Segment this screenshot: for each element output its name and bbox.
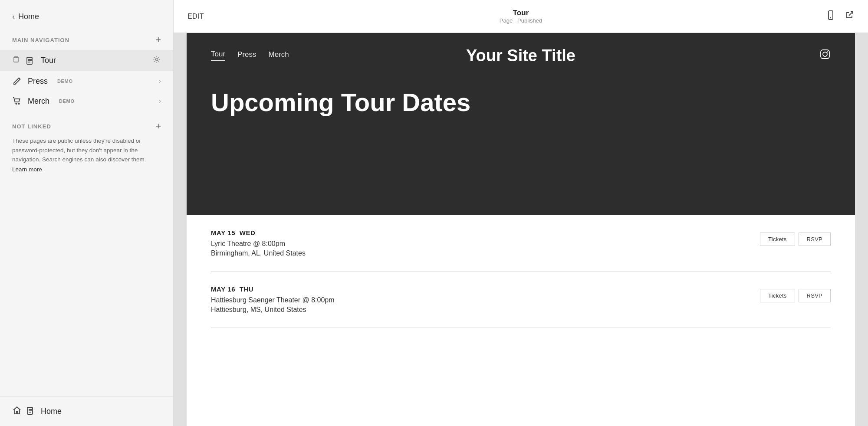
tour-date-2-buttons: Tickets RSVP xyxy=(760,285,831,302)
merch-badge: DEMO xyxy=(59,98,75,104)
gear-icon[interactable] xyxy=(152,55,161,66)
add-nav-item-button[interactable]: + xyxy=(155,35,161,45)
svg-line-14 xyxy=(849,12,853,16)
site-header: Tour Press Merch Your Site Title xyxy=(187,33,855,215)
svg-rect-15 xyxy=(821,50,829,59)
topbar-page-title: Tour xyxy=(500,9,542,17)
page-icon xyxy=(25,56,35,66)
back-label: Home xyxy=(18,12,39,21)
mobile-preview-icon[interactable] xyxy=(825,10,836,23)
topbar: EDIT Tour Page · Published xyxy=(174,0,868,33)
nav-item-merch-content: Merch DEMO xyxy=(12,96,159,106)
nav-item-merch[interactable]: Merch DEMO › xyxy=(0,91,173,111)
svg-point-17 xyxy=(827,51,828,52)
topbar-page-subtitle: Page · Published xyxy=(500,17,542,24)
tour-date-1-buttons: Tickets RSVP xyxy=(760,229,831,246)
topbar-center: Tour Page · Published xyxy=(500,9,542,24)
press-badge: DEMO xyxy=(57,79,73,84)
table-row: MAY 15 WED Lyric Theatre @ 8:00pm Birmin… xyxy=(211,215,831,272)
site-nav: Tour Press Merch xyxy=(211,50,289,61)
nav-item-merch-label: Merch xyxy=(28,97,49,106)
nav-item-tour-label: Tour xyxy=(41,56,56,65)
delete-icon[interactable] xyxy=(12,56,20,66)
preview-container: Tour Press Merch Your Site Title xyxy=(174,33,868,426)
instagram-icon[interactable] xyxy=(819,49,831,62)
chevron-left-icon: ‹ xyxy=(12,12,15,21)
svg-rect-0 xyxy=(14,58,18,62)
not-linked-description: These pages are public unless they're di… xyxy=(12,136,161,164)
learn-more-link[interactable]: Learn more xyxy=(12,166,42,173)
preview-frame: Tour Press Merch Your Site Title xyxy=(187,33,855,426)
site-hero: Upcoming Tour Dates xyxy=(211,88,831,116)
not-linked-section: NOT LINKED + These pages are public unle… xyxy=(0,111,173,173)
nav-item-press-label: Press xyxy=(28,77,48,86)
tour-date-2-heading: MAY 16 THU xyxy=(211,285,335,293)
sidebar: ‹ Home MAIN NAVIGATION + Tour xyxy=(0,0,174,426)
tour-date-info-2: MAY 16 THU Hattiesburg Saenger Theater @… xyxy=(211,285,335,314)
tour-date-info-1: MAY 15 WED Lyric Theatre @ 8:00pm Birmin… xyxy=(211,229,306,257)
sidebar-home-item[interactable]: Home xyxy=(0,397,173,426)
main-content: EDIT Tour Page · Published xyxy=(174,0,868,426)
tour-date-1-venue: Lyric Theatre @ 8:00pm xyxy=(211,240,306,248)
site-nav-row: Tour Press Merch Your Site Title xyxy=(211,49,831,62)
nav-item-tour[interactable]: Tour xyxy=(0,50,173,71)
home-icon xyxy=(12,406,22,417)
main-nav-label: MAIN NAVIGATION xyxy=(12,37,69,43)
svg-point-16 xyxy=(823,52,827,56)
page-icon-home xyxy=(26,406,35,417)
edit-button[interactable]: EDIT xyxy=(187,13,204,20)
tickets-button-2[interactable]: Tickets xyxy=(760,289,795,302)
site-nav-press[interactable]: Press xyxy=(237,50,256,61)
tour-date-1-heading: MAY 15 WED xyxy=(211,229,306,236)
tour-date-1-location: Birmingham, AL, United States xyxy=(211,249,306,257)
hero-title: Upcoming Tour Dates xyxy=(211,88,831,116)
nav-item-tour-content: Tour xyxy=(25,56,152,66)
rsvp-button-2[interactable]: RSVP xyxy=(799,289,831,302)
table-row: MAY 16 THU Hattiesburg Saenger Theater @… xyxy=(211,272,831,328)
tour-date-2-location: Hattiesburg, MS, United States xyxy=(211,306,335,314)
add-not-linked-button[interactable]: + xyxy=(155,121,161,131)
cart-icon xyxy=(12,96,22,106)
svg-point-6 xyxy=(16,103,16,104)
tour-dates-section: MAY 15 WED Lyric Theatre @ 8:00pm Birmin… xyxy=(187,215,855,328)
tickets-button-1[interactable]: Tickets xyxy=(760,233,795,246)
tour-date-2-venue: Hattiesburg Saenger Theater @ 8:00pm xyxy=(211,296,335,304)
topbar-actions xyxy=(825,10,854,23)
not-linked-label: NOT LINKED xyxy=(12,123,51,130)
external-link-icon[interactable] xyxy=(845,10,854,23)
home-label: Home xyxy=(41,407,62,416)
nav-item-press[interactable]: Press DEMO › xyxy=(0,71,173,91)
site-title: Your Site Title xyxy=(466,46,575,65)
chevron-right-icon-merch: › xyxy=(159,97,161,105)
rsvp-button-1[interactable]: RSVP xyxy=(799,233,831,246)
svg-point-7 xyxy=(18,103,19,104)
nav-item-press-content: Press DEMO xyxy=(12,76,159,86)
back-button[interactable]: ‹ Home xyxy=(0,0,173,32)
not-linked-header: NOT LINKED + xyxy=(12,121,161,131)
chevron-right-icon: › xyxy=(159,77,161,85)
main-nav-section-header: MAIN NAVIGATION + xyxy=(0,32,173,50)
site-nav-tour[interactable]: Tour xyxy=(211,50,225,61)
svg-point-5 xyxy=(155,58,158,61)
edit-icon xyxy=(12,76,22,86)
site-nav-merch[interactable]: Merch xyxy=(269,50,289,61)
